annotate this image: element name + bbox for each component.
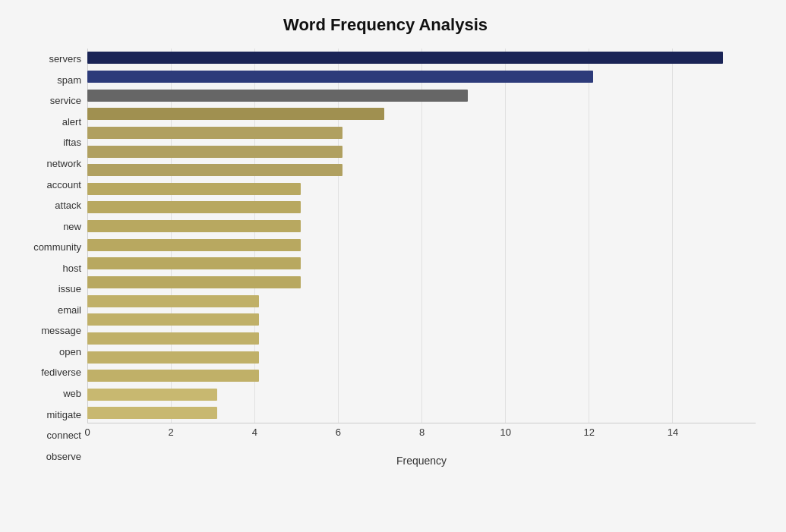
- bar-issue: [87, 257, 301, 269]
- x-tick-8: 8: [419, 427, 425, 438]
- y-label-issue: issue: [58, 281, 81, 297]
- x-tick-2: 2: [169, 427, 174, 438]
- y-label-open: open: [59, 343, 81, 360]
- bar-row-connect: [87, 386, 756, 403]
- y-label-new: new: [63, 218, 81, 235]
- bar-row-mitigate: [87, 367, 756, 384]
- y-label-email: email: [58, 301, 81, 318]
- bars-and-x: 02468101214 Frequency: [87, 49, 756, 467]
- bar-email: [87, 276, 301, 288]
- bar-row-servers: [87, 49, 756, 66]
- bar-attack: [87, 183, 301, 195]
- bar-row-observe: [87, 405, 756, 421]
- y-labels: serversspamservicealertiftasnetworkaccou…: [15, 49, 87, 467]
- y-label-web: web: [63, 386, 81, 402]
- bar-alert: [87, 108, 384, 120]
- bar-host: [87, 239, 301, 251]
- x-tick-10: 10: [500, 427, 510, 438]
- bar-connect: [87, 389, 217, 401]
- chart-title: Word Frequency Analysis: [15, 15, 756, 35]
- bar-row-attack: [87, 181, 756, 197]
- bar-web: [87, 351, 259, 364]
- y-label-spam: spam: [57, 71, 81, 88]
- y-label-message: message: [41, 323, 81, 339]
- y-label-alert: alert: [62, 113, 81, 130]
- bar-row-host: [87, 237, 756, 253]
- bar-new: [87, 201, 301, 213]
- bar-row-network: [87, 143, 756, 160]
- x-tick-12: 12: [584, 427, 595, 438]
- bar-account: [87, 164, 342, 176]
- bar-row-service: [87, 87, 756, 104]
- bar-row-account: [87, 162, 756, 178]
- y-label-attack: attack: [55, 197, 81, 214]
- bar-row-community: [87, 218, 756, 235]
- bar-servers: [87, 52, 723, 64]
- bar-row-fediverse: [87, 330, 756, 347]
- chart-container: Word Frequency Analysis serversspamservi…: [0, 0, 786, 532]
- y-label-network: network: [46, 156, 81, 172]
- y-label-servers: servers: [49, 51, 81, 68]
- bar-mitigate: [87, 370, 259, 382]
- bar-row-issue: [87, 255, 756, 272]
- bars-section: [87, 49, 756, 423]
- y-label-account: account: [46, 176, 81, 193]
- bar-row-spam: [87, 68, 756, 85]
- bar-row-email: [87, 274, 756, 291]
- bars-list: [87, 49, 756, 423]
- y-label-fediverse: fediverse: [41, 364, 81, 381]
- x-axis: 02468101214: [87, 423, 756, 453]
- bar-community: [87, 220, 301, 232]
- y-label-iftas: iftas: [63, 134, 81, 151]
- y-label-community: community: [33, 239, 81, 256]
- x-axis-title: Frequency: [87, 455, 756, 467]
- bar-network: [87, 146, 342, 158]
- bar-message: [87, 295, 259, 307]
- bar-row-new: [87, 199, 756, 216]
- x-tick-6: 6: [336, 427, 341, 438]
- y-label-mitigate: mitigate: [46, 406, 81, 423]
- bar-open: [87, 313, 259, 326]
- bar-service: [87, 90, 468, 102]
- bar-row-iftas: [87, 124, 756, 141]
- x-ticks: 02468101214: [87, 423, 756, 453]
- bar-row-alert: [87, 105, 756, 122]
- bar-iftas: [87, 127, 342, 139]
- x-tick-0: 0: [84, 427, 90, 438]
- x-tick-14: 14: [668, 427, 678, 438]
- y-label-service: service: [50, 93, 81, 109]
- bar-row-open: [87, 311, 756, 328]
- bar-row-message: [87, 293, 756, 310]
- y-label-host: host: [62, 260, 81, 276]
- x-tick-4: 4: [252, 427, 257, 438]
- bar-observe: [87, 407, 217, 419]
- bar-spam: [87, 71, 593, 83]
- y-label-connect: connect: [46, 427, 81, 444]
- y-label-observe: observe: [46, 448, 81, 464]
- chart-area: serversspamservicealertiftasnetworkaccou…: [15, 49, 756, 467]
- bar-row-web: [87, 349, 756, 366]
- bar-fediverse: [87, 332, 259, 345]
